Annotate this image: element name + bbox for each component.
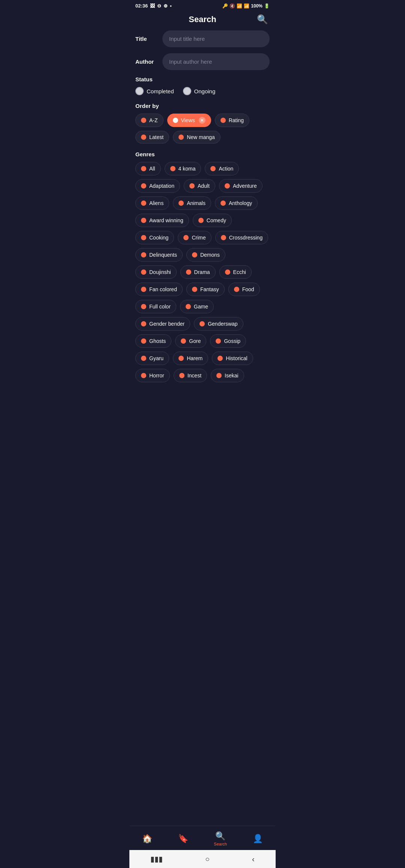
android-recent-btn[interactable]: ▮▮▮: [150, 855, 163, 864]
order-views[interactable]: Views ✕: [167, 114, 211, 127]
genre-comedy[interactable]: Comedy: [193, 214, 232, 227]
genre-dot-32: [141, 373, 146, 378]
genre-4-koma[interactable]: 4 koma: [165, 162, 201, 175]
order-az[interactable]: A-Z: [135, 114, 164, 127]
genre-ecchi[interactable]: Ecchi: [219, 265, 252, 279]
genre-label-22: Full color: [149, 304, 171, 310]
genre-adaptation[interactable]: Adaptation: [135, 179, 180, 193]
genre-label-1: 4 koma: [178, 166, 196, 172]
search-nav-icon: 🔍: [215, 831, 225, 841]
bottom-nav: 🏠 🔖 🔍 Search 👤: [129, 826, 276, 850]
android-back-btn[interactable]: ‹: [252, 855, 255, 864]
profile-icon: 👤: [253, 834, 263, 844]
genre-adventure[interactable]: Adventure: [219, 179, 262, 193]
genre-anthology[interactable]: Anthology: [215, 196, 258, 210]
genre-dot-27: [181, 338, 186, 344]
radio-ongoing-label: Ongoing: [194, 88, 216, 94]
genre-label-30: Harem: [187, 355, 202, 361]
genre-dot-16: [141, 269, 146, 275]
header-search-icon[interactable]: 🔍: [257, 14, 268, 25]
genre-dot-13: [221, 235, 226, 240]
genre-genderswap[interactable]: Genderswap: [194, 317, 243, 331]
genre-incest[interactable]: Incest: [174, 369, 207, 382]
nav-home[interactable]: 🏠: [135, 832, 160, 845]
genre-label-7: Animals: [187, 200, 206, 206]
header: Search 🔍: [129, 10, 276, 30]
order-new-manga[interactable]: New manga: [173, 131, 220, 144]
genres-chips: All4 komaActionAdaptationAdultAdventureA…: [135, 162, 270, 382]
genre-fan-colored[interactable]: Fan colored: [135, 283, 183, 296]
genre-all[interactable]: All: [135, 162, 161, 175]
android-home-btn[interactable]: ○: [205, 855, 210, 864]
genre-crime[interactable]: Crime: [178, 231, 211, 244]
genre-full-color[interactable]: Full color: [135, 300, 176, 313]
genre-cooking[interactable]: Cooking: [135, 231, 174, 244]
genre-dot-15: [192, 252, 197, 257]
genre-action[interactable]: Action: [205, 162, 239, 175]
new-manga-label: New manga: [187, 134, 215, 140]
genre-delinquents[interactable]: Delinquents: [135, 248, 183, 262]
genre-ghosts[interactable]: Ghosts: [135, 334, 171, 348]
home-icon: 🏠: [142, 834, 152, 844]
genre-drama[interactable]: Drama: [180, 265, 216, 279]
genre-food[interactable]: Food: [228, 283, 260, 296]
status-ongoing[interactable]: Ongoing: [183, 87, 216, 95]
nav-profile[interactable]: 👤: [245, 832, 270, 845]
genre-dot-10: [198, 218, 204, 223]
genre-dot-21: [234, 287, 239, 292]
genre-isekai[interactable]: Isekai: [211, 369, 244, 382]
genre-fantasy[interactable]: Fantasy: [186, 283, 225, 296]
genre-dot-25: [200, 321, 205, 326]
genre-dot-24: [141, 321, 146, 326]
genre-label-23: Game: [194, 304, 208, 310]
genre-doujinshi[interactable]: Doujinshi: [135, 265, 177, 279]
genre-dot-22: [141, 304, 146, 309]
nav-bookmarks[interactable]: 🔖: [171, 832, 196, 845]
title-input[interactable]: [162, 30, 270, 47]
genre-gossip[interactable]: Gossip: [210, 334, 246, 348]
status-completed[interactable]: Completed: [135, 87, 174, 95]
genre-gyaru[interactable]: Gyaru: [135, 352, 169, 365]
genre-dot-5: [225, 183, 230, 189]
genre-crossdressing[interactable]: Crossdressing: [215, 231, 268, 244]
genre-animals[interactable]: Animals: [173, 196, 211, 210]
genre-game[interactable]: Game: [180, 300, 214, 313]
author-input[interactable]: [162, 53, 270, 70]
genre-label-11: Cooking: [149, 235, 168, 241]
new-manga-dot: [178, 135, 184, 140]
views-label: Views: [181, 117, 195, 123]
genre-dot-29: [141, 356, 146, 361]
genre-dot-18: [225, 269, 230, 275]
genre-dot-8: [220, 201, 226, 206]
genre-dot-31: [218, 356, 223, 361]
genre-label-6: Aliens: [149, 200, 164, 206]
genre-dot-34: [216, 373, 222, 378]
status-location-icon: ⊕: [164, 3, 168, 9]
status-options: Completed Ongoing: [135, 87, 270, 95]
genre-gender-bender[interactable]: Gender bender: [135, 317, 190, 331]
genre-adult[interactable]: Adult: [184, 179, 215, 193]
page-title: Search: [189, 15, 216, 24]
order-chips: A-Z Views ✕ Rating Latest New manga: [135, 114, 270, 144]
views-remove-icon[interactable]: ✕: [199, 117, 206, 124]
order-latest[interactable]: Latest: [135, 131, 169, 144]
nav-search[interactable]: 🔍 Search: [206, 830, 234, 848]
genre-dot-2: [210, 166, 216, 171]
status-dot: •: [170, 3, 172, 9]
genre-award-winning[interactable]: Award winning: [135, 214, 189, 227]
genre-gore[interactable]: Gore: [175, 334, 206, 348]
main-content: Title Author Status Completed Ongoing Or…: [129, 30, 276, 826]
genre-harem[interactable]: Harem: [173, 352, 208, 365]
latest-dot: [141, 135, 146, 140]
genre-label-9: Award winning: [149, 217, 183, 223]
genre-dot-4: [189, 183, 195, 189]
genre-historical[interactable]: Historical: [212, 352, 253, 365]
genre-aliens[interactable]: Aliens: [135, 196, 169, 210]
genre-label-5: Adventure: [233, 183, 257, 189]
genre-demons[interactable]: Demons: [186, 248, 225, 262]
genre-label-33: Incest: [188, 373, 201, 379]
order-rating[interactable]: Rating: [215, 114, 249, 127]
genre-dot-11: [141, 235, 146, 240]
genre-horror[interactable]: Horror: [135, 369, 170, 382]
genre-label-31: Historical: [226, 355, 248, 361]
